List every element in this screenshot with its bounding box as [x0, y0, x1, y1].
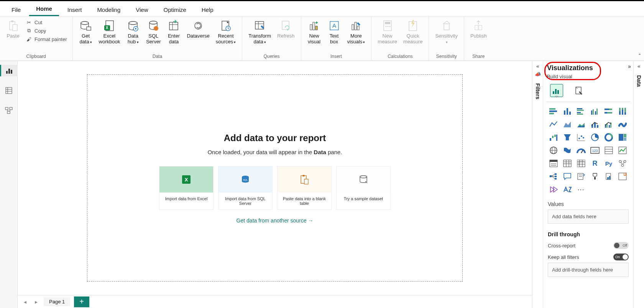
tab-view[interactable]: View — [129, 3, 155, 16]
paginated-report-icon[interactable] — [603, 171, 614, 182]
treemap-icon[interactable] — [617, 132, 628, 143]
tab-optimize[interactable]: Optimize — [157, 3, 193, 16]
more-visuals-button[interactable]: More visuals▾ — [345, 18, 368, 46]
tab-insert[interactable]: Insert — [61, 3, 89, 16]
svg-line-142 — [623, 162, 624, 164]
quick-measure-button[interactable]: Quick measure — [401, 18, 425, 46]
svg-rect-46 — [5, 107, 8, 110]
card-sample-dataset[interactable]: Try a sample dataset — [336, 166, 391, 210]
key-influencers-icon[interactable] — [617, 158, 628, 169]
table-icon[interactable] — [562, 158, 573, 169]
stacked-area-icon[interactable] — [575, 119, 587, 130]
map-icon[interactable] — [548, 145, 559, 156]
waterfall-icon[interactable] — [548, 132, 559, 143]
filters-pane-collapsed[interactable]: « 📣 Filters — [532, 61, 543, 308]
sql-icon — [146, 19, 160, 33]
funnel-icon[interactable] — [562, 132, 573, 143]
format-visual-tab[interactable] — [572, 84, 585, 97]
cut-button[interactable]: ✂Cut — [25, 19, 67, 26]
viz-pane-title: Visualizations — [547, 64, 629, 72]
page-prev-button[interactable]: ◂ — [21, 299, 29, 305]
data-hub-button[interactable]: Data hub▾ — [124, 18, 142, 46]
expand-data-icon[interactable]: « — [637, 63, 640, 69]
transform-data-button[interactable]: Transform data▾ — [246, 18, 273, 46]
collapse-ribbon-icon[interactable]: ˄ — [638, 53, 641, 59]
copy-button[interactable]: ⧉Copy — [25, 27, 67, 34]
keep-filters-toggle[interactable]: On — [613, 254, 629, 260]
hundred-stacked-bar-icon[interactable] — [603, 106, 614, 117]
multi-row-card-icon[interactable] — [603, 145, 614, 156]
qa-visual-icon[interactable] — [562, 171, 573, 182]
group-insert: New visual AText box More visuals▾ Inser… — [301, 16, 372, 61]
filled-map-icon[interactable] — [562, 145, 573, 156]
decomposition-tree-icon[interactable] — [548, 171, 559, 182]
card-icon[interactable]: 123 — [589, 145, 601, 156]
refresh-button[interactable]: Refresh — [275, 18, 297, 40]
area-chart-icon[interactable] — [562, 119, 573, 130]
cross-report-toggle[interactable]: Off — [613, 242, 629, 249]
expand-filters-icon[interactable]: « — [536, 63, 539, 69]
publish-button[interactable]: Publish — [468, 18, 489, 40]
group-data: Get data▾ XExcel workbook Data hub▾ SQL … — [73, 16, 243, 61]
report-canvas[interactable]: Add data to your report Once loaded, you… — [87, 74, 463, 282]
line-stacked-column-icon[interactable] — [589, 119, 601, 130]
clustered-column-icon[interactable] — [589, 106, 601, 117]
new-measure-button[interactable]: New measure — [375, 18, 399, 46]
page-next-button[interactable]: ▸ — [33, 299, 40, 305]
sensitivity-button[interactable]: Sensitivity▾ — [433, 18, 460, 46]
python-visual-icon[interactable]: Py — [603, 158, 614, 169]
line-clustered-column-icon[interactable] — [603, 119, 614, 130]
power-automate-icon[interactable] — [548, 184, 559, 195]
tab-help[interactable]: Help — [195, 3, 220, 16]
data-pane-collapsed[interactable]: « Data — [633, 61, 644, 308]
matrix-icon[interactable] — [575, 158, 587, 169]
stacked-bar-icon[interactable] — [548, 106, 559, 117]
kpi-icon[interactable] — [617, 145, 628, 156]
line-chart-icon[interactable] — [548, 119, 559, 130]
add-page-button[interactable]: + — [74, 296, 89, 307]
pie-icon[interactable] — [589, 132, 601, 143]
paste-button[interactable]: Paste — [4, 18, 22, 40]
text-box-button[interactable]: AText box — [325, 18, 343, 46]
gauge-icon[interactable] — [575, 145, 587, 156]
collapse-viz-icon[interactable]: » — [628, 63, 631, 69]
hundred-stacked-column-icon[interactable] — [617, 106, 628, 117]
drill-through-drop-well[interactable]: Add drill-through fields here — [548, 263, 629, 277]
data-view-button[interactable] — [3, 85, 15, 96]
card-import-sql[interactable]: SQLImport data from SQL Server — [218, 166, 273, 210]
values-drop-well[interactable]: Add data fields here — [548, 209, 629, 224]
new-visual-button[interactable]: New visual — [305, 18, 324, 46]
scatter-icon[interactable] — [575, 132, 587, 143]
ribbon-chart-icon[interactable] — [617, 119, 628, 130]
card-import-excel[interactable]: XImport data from Excel — [159, 166, 214, 210]
smart-narrative-icon[interactable] — [575, 171, 587, 182]
model-view-button[interactable] — [3, 105, 15, 116]
tab-home[interactable]: Home — [29, 2, 59, 16]
sql-server-button[interactable]: SQL Server — [144, 18, 163, 46]
get-data-another-source-link[interactable]: Get data from another source → — [237, 217, 314, 224]
build-visual-tab[interactable] — [550, 84, 563, 97]
tab-file[interactable]: File — [5, 3, 28, 16]
goals-icon[interactable] — [589, 171, 601, 182]
svg-rect-22 — [310, 25, 312, 30]
excel-workbook-button[interactable]: XExcel workbook — [97, 18, 123, 46]
dataverse-button[interactable]: Dataverse — [184, 18, 212, 40]
recent-sources-button[interactable]: Recent sources▾ — [214, 18, 238, 46]
slicer-icon[interactable] — [548, 158, 559, 169]
svg-point-8 — [129, 21, 137, 25]
tab-modeling[interactable]: Modeling — [90, 3, 127, 16]
enter-data-button[interactable]: Enter data — [164, 18, 183, 46]
r-visual-icon[interactable]: R — [589, 158, 601, 169]
clustered-bar-icon[interactable] — [575, 106, 587, 117]
format-painter-button[interactable]: 🖌Format painter — [25, 36, 67, 43]
card-paste-data[interactable]: Paste data into a blank table — [277, 166, 332, 210]
report-view-button[interactable] — [0, 65, 18, 76]
stacked-column-icon[interactable] — [562, 106, 573, 117]
page-tab-1[interactable]: Page 1 — [44, 297, 70, 306]
get-data-button[interactable]: Get data▾ — [77, 18, 95, 46]
donut-icon[interactable] — [603, 132, 614, 143]
power-apps-icon[interactable] — [617, 171, 628, 182]
more-visuals-icon[interactable]: ⋯ — [575, 184, 587, 195]
azure-map-icon[interactable] — [562, 184, 573, 195]
group-sensitivity: Sensitivity▾ Sensitivity — [429, 16, 464, 61]
